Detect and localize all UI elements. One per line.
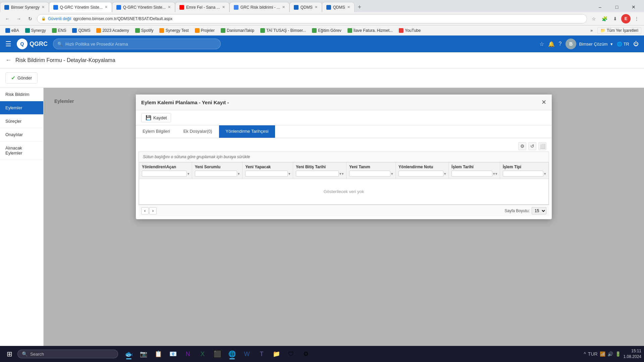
col-yonlendirme-notu-filter-icon[interactable]: ▾ — [444, 172, 446, 176]
taskbar-app-onenote[interactable]: N — [181, 347, 195, 361]
tab2-close[interactable]: ✕ — [105, 5, 108, 9]
tab7-close[interactable]: ✕ — [347, 5, 350, 9]
col-islem-tarihi-dropdown-icon[interactable]: ▾ — [495, 172, 497, 176]
bookmark-spotify[interactable]: Spotify — [132, 27, 156, 34]
taskbar-app-files2[interactable]: 📁 — [270, 347, 283, 361]
sidebar-item-eylemler[interactable]: Eylemler — [0, 101, 43, 115]
bookmark-projeler[interactable]: Projeler — [192, 27, 217, 34]
profile-button[interactable]: E — [621, 14, 631, 23]
col-tanim-filter[interactable] — [349, 171, 390, 177]
col-islem-tarihi-filter-icon[interactable]: ▾ — [493, 172, 495, 176]
battery-icon[interactable]: 🔋 — [615, 351, 621, 357]
tab-youtube-emre[interactable]: Emre Fel - Sana ... ✕ — [175, 2, 229, 12]
more-bookmarks-button[interactable]: » — [588, 27, 595, 34]
refresh-button[interactable]: ↺ — [528, 142, 536, 150]
forward-nav-button[interactable]: → — [14, 14, 23, 23]
taskbar-app-photo[interactable]: 📷 — [137, 347, 150, 361]
bookmark-ens[interactable]: ENS — [49, 27, 69, 34]
star-button[interactable]: ☆ — [539, 41, 544, 47]
back-button[interactable]: ← — [5, 57, 11, 64]
download-button[interactable]: ⬇ — [610, 14, 620, 23]
tab4-close[interactable]: ✕ — [222, 5, 225, 9]
col-islem-tipi-filter-icon[interactable]: ▾ — [544, 172, 546, 176]
col-bitis-tarihi-dropdown-icon[interactable]: ▾ — [342, 172, 343, 176]
settings-button[interactable]: ⋮ — [632, 14, 641, 23]
notification-button[interactable]: 🔔 — [548, 41, 555, 47]
reload-button[interactable]: ↻ — [25, 14, 35, 23]
send-button[interactable]: ✔ Gönder — [5, 72, 38, 83]
modal-save-button[interactable]: 💾 Kaydet — [141, 113, 171, 122]
col-yonlendirme-notu-filter[interactable] — [398, 171, 443, 177]
bookmark-tai[interactable]: TAİ TUSAŞ - Bimser... — [258, 27, 309, 34]
taskbar-search-box[interactable]: 🔍 Search — [17, 350, 118, 358]
col-bitis-tarihi-filter-icon[interactable]: ▾ — [339, 172, 341, 176]
tab1-close[interactable]: ✕ — [42, 5, 45, 9]
bookmark-youtube[interactable]: YouTube — [396, 27, 423, 34]
col-yeni-yapacak-filter[interactable] — [245, 171, 288, 177]
bookmark-synergy-test[interactable]: Synergy Test — [157, 27, 191, 34]
app-search-box[interactable]: 🔍 Hızlı Politika ve Prosedür Arama — [53, 39, 221, 49]
tab-qdms-2[interactable]: QDMS ✕ — [322, 2, 355, 12]
bookmark-synergy[interactable]: Synergy — [22, 27, 49, 34]
col-islem-tarihi-filter[interactable] — [451, 171, 492, 177]
sidebar-item-onaycilar[interactable]: Onaylılar — [0, 128, 43, 141]
bookmark-2023academy[interactable]: 2023 Academy — [94, 27, 131, 34]
sidebar-item-alinacak-eylemler[interactable]: Alınacak Eylemler — [0, 141, 43, 160]
col-bitis-tarihi-filter[interactable] — [296, 171, 339, 177]
col-tanim-filter-icon[interactable]: ▾ — [391, 172, 393, 176]
bookmark-ilave[interactable]: İlave Fatura. Hizmet... — [345, 27, 395, 34]
tab-qdms-1[interactable]: QDMS ✕ — [289, 2, 322, 12]
start-button[interactable]: ⊞ — [3, 347, 16, 361]
minimize-button[interactable]: – — [592, 2, 608, 12]
prev-page-button[interactable]: ‹ — [141, 207, 149, 215]
app-menu-button[interactable]: ☰ — [5, 40, 11, 48]
logout-button[interactable]: ⏻ — [633, 41, 639, 47]
tab6-close[interactable]: ✕ — [315, 5, 318, 9]
url-bar[interactable]: 🔒 Güvenli değil qgrcdemo.bimser.com.tr/Q… — [37, 14, 587, 23]
taskbar-app-files[interactable]: 🐟 — [122, 347, 136, 361]
tab-bimser-synergy[interactable]: Bimser Synergy ✕ — [0, 2, 49, 12]
taskbar-app-dark[interactable]: ⬛ — [211, 347, 224, 361]
taskbar-app-shield[interactable]: 🛡 — [284, 347, 298, 361]
modal-close-button[interactable]: ✕ — [541, 99, 546, 106]
page-size-select[interactable]: 15 25 50 — [532, 207, 546, 215]
tab5-close[interactable]: ✕ — [282, 5, 285, 9]
back-nav-button[interactable]: ← — [3, 14, 12, 23]
bookmark-danisman[interactable]: DanismanTakip — [218, 27, 257, 34]
tab-yonlendirme-tarihcesi[interactable]: Yönlendirme Tarihçesi — [219, 125, 275, 138]
col-yonlendiren-filter-icon[interactable]: ▾ — [187, 172, 189, 176]
next-page-button[interactable]: › — [149, 207, 157, 215]
maximize-button[interactable]: □ — [609, 2, 625, 12]
col-yeni-yapacak-filter-icon[interactable]: ▾ — [288, 172, 290, 176]
tab-grc-risk[interactable]: GRC Risk bildirimi - ... ✕ — [229, 2, 289, 12]
wifi-icon[interactable]: 📶 — [600, 351, 605, 357]
tab-eylem-bilgileri[interactable]: Eylem Bilgileri — [136, 125, 177, 138]
tab-ek-dosyalar[interactable]: Ek Dosyalar(0) — [177, 125, 219, 138]
sidebar-item-surecler[interactable]: Süreçler — [0, 115, 43, 128]
bookmarks-folder-button[interactable]: 📁 Tüm Yer İşaretleri — [597, 27, 641, 34]
tab-qgrc-2[interactable]: Q-GRC Yönetim Siste... ✕ — [112, 2, 175, 12]
taskbar-app-word[interactable]: W — [240, 347, 254, 361]
sidebar-item-risk-bildirim[interactable]: Risk Bildirim — [0, 88, 43, 101]
volume-icon[interactable]: 🔊 — [607, 351, 613, 357]
language-button[interactable]: 🌐 TR — [617, 42, 629, 47]
chevron-tray-icon[interactable]: ^ — [584, 351, 586, 357]
help-button[interactable]: ? — [559, 41, 562, 47]
col-yeni-sorumlu-filter[interactable] — [195, 171, 237, 177]
user-menu-button[interactable]: B Bimser Çözüm ▾ — [566, 39, 612, 49]
extension-button[interactable]: 🧩 — [600, 14, 609, 23]
taskbar-app-chrome[interactable]: 🌐 — [225, 347, 239, 361]
export-button[interactable]: ⬜ — [538, 142, 546, 150]
new-tab-button[interactable]: + — [355, 2, 365, 12]
col-yeni-sorumlu-filter-icon[interactable]: ▾ — [238, 172, 239, 176]
col-yonlendiren-filter[interactable] — [142, 171, 187, 177]
filter-button[interactable]: ⚙ — [518, 142, 526, 150]
taskbar-app-start2[interactable]: 📋 — [152, 347, 165, 361]
bookmark-qdms[interactable]: QDMS — [69, 27, 93, 34]
col-islem-tipi-filter[interactable] — [503, 171, 543, 177]
bookmark-eba[interactable]: eBA — [3, 27, 22, 34]
taskbar-app-mail[interactable]: 📧 — [166, 347, 180, 361]
taskbar-clock[interactable]: 15:11 1.08.2024 — [624, 348, 641, 360]
taskbar-app-excel[interactable]: X — [196, 347, 209, 361]
tab3-close[interactable]: ✕ — [168, 5, 171, 9]
